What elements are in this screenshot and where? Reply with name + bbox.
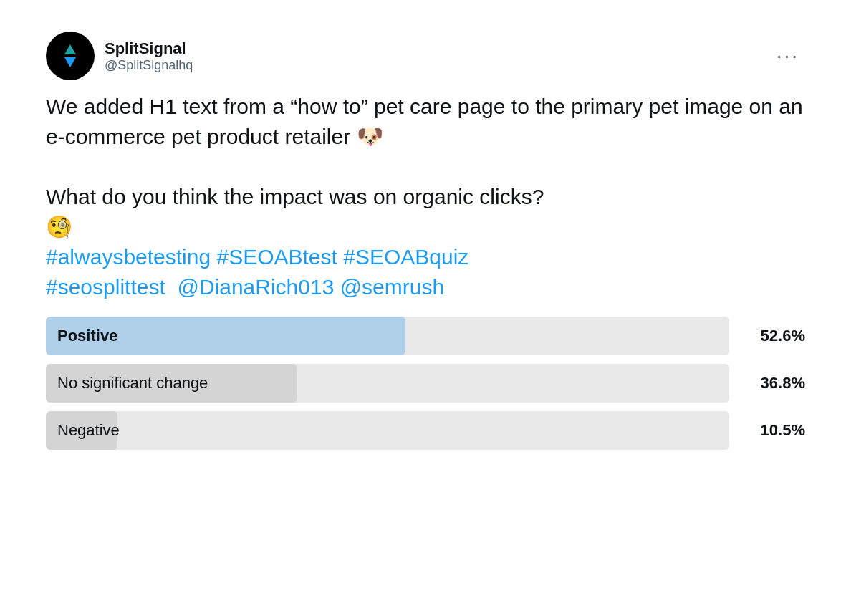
poll-percentage-no-change: 36.8% xyxy=(741,374,805,393)
poll-label-no-change: No significant change xyxy=(46,364,729,403)
tweet-card: SplitSignal @SplitSignalhq ··· We added … xyxy=(32,14,819,473)
poll-label-negative: Negative xyxy=(46,411,729,450)
avatar[interactable] xyxy=(46,32,95,80)
tweet-header: SplitSignal @SplitSignalhq ··· xyxy=(46,32,805,80)
poll-container: Positive 52.6% No significant change 36.… xyxy=(46,317,805,450)
poll-option-negative[interactable]: Negative 10.5% xyxy=(46,411,805,450)
tweet-text: We added H1 text from a “how to” pet car… xyxy=(46,92,805,302)
poll-bar-no-change: No significant change xyxy=(46,364,729,403)
more-options-button[interactable]: ··· xyxy=(771,39,805,73)
poll-option-no-change[interactable]: No significant change 36.8% xyxy=(46,364,805,403)
tweet-body: We added H1 text from a “how to” pet car… xyxy=(46,92,805,450)
svg-marker-0 xyxy=(64,44,76,54)
poll-option-positive[interactable]: Positive 52.6% xyxy=(46,317,805,355)
hashtags[interactable]: #alwaysbetesting #SEOABtest #SEOABquiz#s… xyxy=(46,245,468,299)
poll-label-positive: Positive xyxy=(46,317,729,355)
account-info: SplitSignal @SplitSignalhq xyxy=(105,39,193,73)
poll-bar-negative: Negative xyxy=(46,411,729,450)
poll-percentage-positive: 52.6% xyxy=(741,327,805,345)
poll-percentage-negative: 10.5% xyxy=(741,421,805,440)
svg-marker-1 xyxy=(64,57,76,67)
display-name: SplitSignal xyxy=(105,39,193,58)
tweet-header-left: SplitSignal @SplitSignalhq xyxy=(46,32,193,80)
poll-bar-positive: Positive xyxy=(46,317,729,355)
handle: @SplitSignalhq xyxy=(105,58,193,73)
